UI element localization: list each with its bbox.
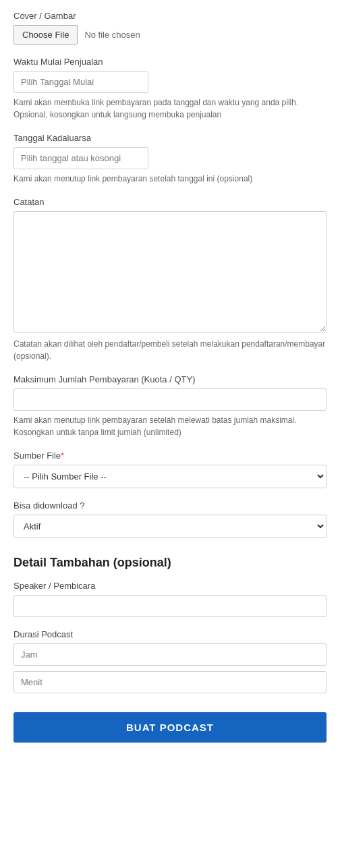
tanggal-kadaluarsa-helper: Kami akan menutup link pembayaran setela… bbox=[13, 173, 327, 185]
tanggal-kadaluarsa-label: Tanggal Kadaluarsa bbox=[13, 133, 327, 143]
menit-input[interactable] bbox=[13, 671, 327, 693]
catatan-textarea[interactable] bbox=[13, 211, 327, 332]
file-input-row: Choose File No file chosen bbox=[13, 25, 327, 45]
waktu-mulai-label: Waktu Mulai Penjualan bbox=[13, 57, 327, 67]
sumber-file-label: Sumber File* bbox=[13, 451, 327, 461]
catatan-helper: Catatan akan dilihat oleh pendaftar/pemb… bbox=[13, 338, 327, 362]
tanggal-kadaluarsa-input[interactable] bbox=[13, 147, 148, 169]
waktu-mulai-helper: Kami akan membuka link pembayaran pada t… bbox=[13, 96, 327, 121]
no-file-text: No file chosen bbox=[84, 30, 140, 40]
speaker-input[interactable] bbox=[13, 595, 327, 617]
catatan-label: Catatan bbox=[13, 197, 327, 207]
maksimum-jumlah-helper: Kami akan menutup link pembayaran setela… bbox=[13, 414, 327, 438]
detail-tambahan-title: Detail Tambahan (opsional) bbox=[13, 550, 327, 570]
maksimum-jumlah-input[interactable] bbox=[13, 388, 327, 411]
waktu-mulai-input[interactable] bbox=[13, 71, 148, 93]
sumber-file-select[interactable]: -- Pilih Sumber File -- bbox=[13, 465, 327, 488]
bisa-didownload-label: Bisa didownload ? bbox=[13, 500, 327, 511]
choose-file-button[interactable]: Choose File bbox=[13, 25, 78, 45]
bisa-didownload-select[interactable]: Aktif Tidak Aktif bbox=[13, 515, 327, 538]
speaker-label: Speaker / Pembicara bbox=[13, 581, 327, 591]
cover-label: Cover / Gambar bbox=[13, 11, 327, 21]
submit-button[interactable]: BUAT PODCAST bbox=[13, 712, 327, 743]
required-star: * bbox=[61, 451, 64, 461]
maksimum-jumlah-label: Maksimum Jumlah Pembayaran (Kuota / QTY) bbox=[13, 374, 327, 384]
durasi-label: Durasi Podcast bbox=[13, 629, 327, 639]
jam-input[interactable] bbox=[13, 643, 327, 666]
duration-row bbox=[13, 643, 327, 693]
